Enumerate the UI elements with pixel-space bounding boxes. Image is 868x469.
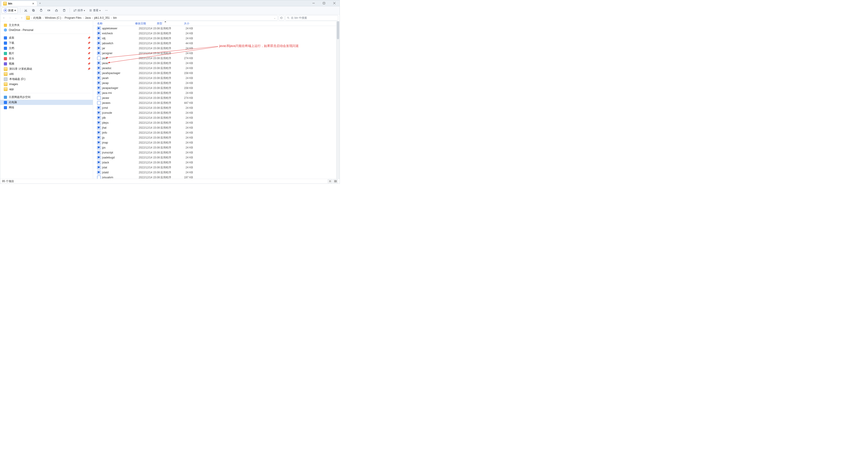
- exe-icon: [97, 166, 101, 169]
- copy-button[interactable]: [30, 7, 37, 13]
- file-row[interactable]: jarsigner2022/12/14 15:08应用程序24 KB: [93, 51, 336, 56]
- paste-button[interactable]: [38, 7, 44, 13]
- sidebar-item[interactable]: 桌面📌: [0, 35, 93, 40]
- search-input[interactable]: 在 bin 中搜索: [285, 15, 338, 21]
- file-row[interactable]: jrunscript2022/12/14 15:08应用程序24 KB: [93, 150, 336, 155]
- sidebar-item[interactable]: images: [0, 82, 93, 87]
- file-row[interactable]: jconsole2022/12/14 15:08应用程序24 KB: [93, 110, 336, 115]
- sort-dropdown[interactable]: 排序 ▾: [72, 8, 86, 13]
- exe-icon: [97, 57, 101, 60]
- recent-button[interactable]: ⌄: [13, 15, 18, 20]
- new-button[interactable]: 新建 ▾: [2, 7, 18, 13]
- more-button[interactable]: ⋯: [103, 7, 110, 13]
- sidebar-item[interactable]: x86: [0, 72, 93, 76]
- exe-icon: [97, 71, 101, 75]
- file-row[interactable]: javadoc2022/12/14 15:08应用程序24 KB: [93, 66, 336, 71]
- sidebar-home[interactable]: 主文件夹: [0, 23, 93, 28]
- toolbar: 新建 ▾ 排序 ▾ 查看 ▾: [0, 6, 340, 15]
- minimize-button[interactable]: [308, 0, 319, 6]
- sidebar-network[interactable]: 网络: [0, 105, 93, 110]
- file-type: 应用程序: [160, 37, 179, 40]
- file-list[interactable]: appletviewer2022/12/14 15:08应用程序24 KBext…: [93, 26, 336, 179]
- file-row[interactable]: jps2022/12/14 15:08应用程序24 KB: [93, 145, 336, 150]
- file-row[interactable]: jar2022/12/14 15:08应用程序24 KB: [93, 46, 336, 51]
- sidebar-item[interactable]: 第01章 计算机基础📌: [0, 66, 93, 72]
- file-name: jdb: [102, 116, 139, 120]
- breadcrumb-segment[interactable]: 此电脑: [32, 16, 42, 20]
- file-row[interactable]: javap2022/12/14 15:08应用程序24 KB: [93, 80, 336, 86]
- file-row[interactable]: jinfo2022/12/14 15:08应用程序24 KB: [93, 130, 336, 135]
- file-date: 2022/12/14 15:08: [139, 126, 160, 129]
- file-row[interactable]: idlj2022/12/14 15:08应用程序24 KB: [93, 36, 336, 41]
- column-name[interactable]: 名称: [97, 22, 135, 26]
- forward-button[interactable]: →: [7, 15, 12, 20]
- file-row[interactable]: javah2022/12/14 15:08应用程序24 KB: [93, 76, 336, 80]
- breadcrumb-segment[interactable]: bin: [112, 16, 118, 20]
- maximize-button[interactable]: [319, 0, 329, 6]
- file-name: java: [102, 57, 139, 60]
- up-button[interactable]: ↑: [19, 15, 24, 20]
- sidebar[interactable]: 主文件夹 OneDrive - Personal 桌面📌下载📌文档📌图片📌音乐📌…: [0, 21, 93, 179]
- new-tab-button[interactable]: ＋: [37, 0, 43, 6]
- file-row[interactable]: jstat2022/12/14 15:08应用程序24 KB: [93, 165, 336, 170]
- file-row[interactable]: jsadebugd2022/12/14 15:08应用程序24 KB: [93, 155, 336, 160]
- file-name: jvisualvm: [102, 176, 139, 179]
- column-date[interactable]: 修改日期: [135, 22, 157, 26]
- file-row[interactable]: jabswitch2022/12/14 15:08应用程序44 KB: [93, 41, 336, 46]
- sidebar-item[interactable]: 本地磁盘 (D:): [0, 76, 93, 82]
- refresh-button[interactable]: [279, 15, 284, 21]
- file-row[interactable]: jmap2022/12/14 15:08应用程序24 KB: [93, 140, 336, 145]
- file-row[interactable]: jstatd2022/12/14 15:08应用程序24 KB: [93, 170, 336, 175]
- file-row[interactable]: jjs2022/12/14 15:08应用程序24 KB: [93, 135, 336, 140]
- file-row[interactable]: javafxpackager2022/12/14 15:08应用程序158 KB: [93, 71, 336, 76]
- sidebar-item[interactable]: 视频📌: [0, 61, 93, 66]
- file-row[interactable]: java2022/12/14 15:08应用程序274 KB: [93, 56, 336, 61]
- file-row[interactable]: javac2022/12/14 15:08应用程序24 KB: [93, 61, 336, 66]
- file-row[interactable]: javapackager2022/12/14 15:08应用程序158 KB: [93, 86, 336, 91]
- file-date: 2022/12/14 15:08: [139, 161, 160, 164]
- view-dropdown[interactable]: 查看 ▾: [88, 8, 102, 13]
- chevron-down-icon[interactable]: ⌄: [274, 17, 277, 19]
- back-button[interactable]: ←: [2, 15, 6, 20]
- file-row[interactable]: jcmd2022/12/14 15:08应用程序24 KB: [93, 105, 336, 110]
- delete-button[interactable]: [61, 7, 67, 13]
- rename-button[interactable]: [45, 7, 52, 13]
- file-row[interactable]: jvisualvm2022/12/14 15:08应用程序197 KB: [93, 175, 336, 179]
- sidebar-item[interactable]: 下载📌: [0, 40, 93, 45]
- cut-button[interactable]: [23, 7, 29, 13]
- file-row[interactable]: javaws2022/12/14 15:08应用程序447 KB: [93, 100, 336, 105]
- scrollbar[interactable]: [336, 21, 340, 179]
- close-button[interactable]: [329, 0, 340, 6]
- file-row[interactable]: javaw2022/12/14 15:08应用程序274 KB: [93, 96, 336, 100]
- file-row[interactable]: jstack2022/12/14 15:08应用程序24 KB: [93, 160, 336, 165]
- file-row[interactable]: appletviewer2022/12/14 15:08应用程序24 KB: [93, 26, 336, 31]
- breadcrumb-segment[interactable]: Java: [84, 16, 92, 20]
- share-button[interactable]: [53, 7, 60, 13]
- sidebar-item[interactable]: 图片📌: [0, 51, 93, 56]
- breadcrumb-segment[interactable]: jdk1.8.0_351: [93, 16, 111, 20]
- sidebar-item[interactable]: 音乐📌: [0, 56, 93, 61]
- breadcrumb[interactable]: › 此电脑 › Windows (C:) › Program Files › J…: [25, 15, 278, 21]
- sidebar-this-pc[interactable]: 此电脑: [0, 100, 93, 105]
- sidebar-baidu[interactable]: 百度网盘同步空间: [0, 95, 93, 100]
- file-row[interactable]: java-rmi2022/12/14 15:08应用程序24 KB: [93, 91, 336, 96]
- file-date: 2022/12/14 15:08: [139, 76, 160, 80]
- view-icons-button[interactable]: [333, 179, 338, 183]
- scrollbar-thumb[interactable]: [337, 21, 339, 39]
- breadcrumb-segment[interactable]: Program Files: [64, 16, 83, 20]
- sidebar-item[interactable]: app: [0, 87, 93, 92]
- sidebar-onedrive[interactable]: OneDrive - Personal: [0, 28, 93, 32]
- file-row[interactable]: extcheck2022/12/14 15:08应用程序24 KB: [93, 31, 336, 36]
- file-row[interactable]: jdeps2022/12/14 15:08应用程序24 KB: [93, 120, 336, 125]
- column-size[interactable]: 大小: [176, 22, 191, 26]
- sidebar-item[interactable]: 文档📌: [0, 45, 93, 51]
- file-row[interactable]: jdb2022/12/14 15:08应用程序24 KB: [93, 115, 336, 120]
- window-tab[interactable]: bin ✕: [1, 1, 37, 6]
- breadcrumb-segment[interactable]: Windows (C:): [44, 16, 62, 20]
- sidebar-item-label: 第01章 计算机基础: [9, 67, 32, 71]
- file-row[interactable]: jhat2022/12/14 15:08应用程序24 KB: [93, 125, 336, 130]
- view-details-button[interactable]: [328, 179, 332, 183]
- tab-close-button[interactable]: ✕: [32, 2, 35, 5]
- column-headers[interactable]: 名称 修改日期 类型 大小: [93, 21, 336, 26]
- column-type[interactable]: 类型: [157, 22, 176, 26]
